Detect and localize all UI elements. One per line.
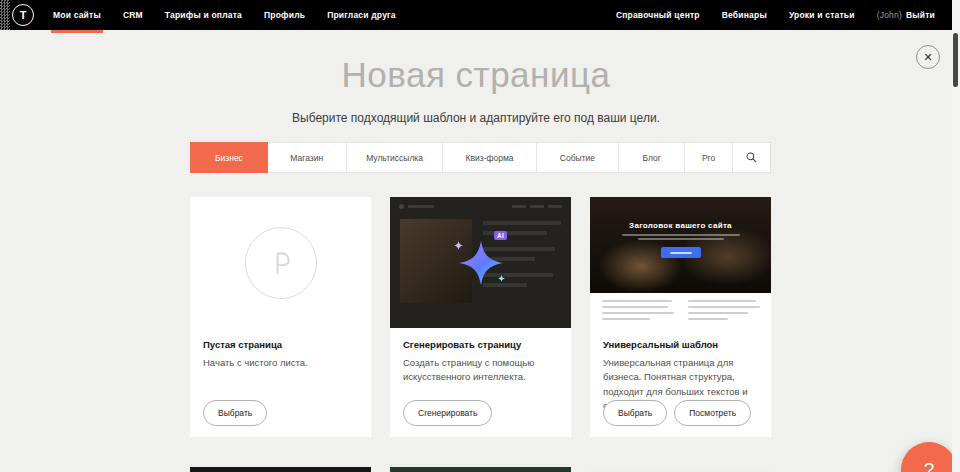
question-mark-icon: ?: [924, 459, 935, 472]
template-preview[interactable]: [390, 467, 571, 472]
top-navbar: T Мои сайты CRM Тарифы и оплата Профиль …: [0, 0, 952, 30]
tab-blog[interactable]: Блог: [619, 143, 685, 172]
preview-text-column: [688, 300, 760, 321]
tilda-logo[interactable]: T: [12, 4, 34, 26]
tab-multilink[interactable]: Мультиссылка: [347, 143, 444, 172]
template-card-partial: [190, 467, 371, 472]
preview-text-section: [590, 293, 771, 328]
card-actions: Выбрать Посмотреть: [603, 400, 751, 426]
nav-item-profile[interactable]: Профиль: [253, 0, 316, 30]
template-preview[interactable]: [190, 467, 371, 472]
close-button[interactable]: ✕: [916, 45, 940, 69]
template-cards-grid: Пустая страница Начать с чистого листа. …: [190, 197, 771, 472]
card-title: Универсальный шаблон: [603, 339, 758, 350]
preview-cta-button: [661, 247, 701, 258]
tab-business[interactable]: Бизнес: [190, 142, 268, 173]
halftone-pattern: [0, 0, 10, 30]
page-scrollbar: [952, 0, 960, 472]
choose-template-button[interactable]: Выбрать: [603, 400, 667, 426]
page-title: Новая страница: [0, 55, 952, 95]
nav-item-tariffs[interactable]: Тарифы и оплата: [154, 0, 253, 30]
user-name-label: (John): [877, 10, 902, 20]
ai-badge: AI: [494, 231, 507, 240]
tab-pro[interactable]: Pro: [685, 143, 733, 172]
logout-label: Выйти: [906, 10, 935, 20]
card-actions: Выбрать: [203, 400, 267, 426]
mini-sparkle-icon: [454, 241, 463, 250]
card-description: Создать страницу с помощью искусственног…: [403, 356, 558, 385]
view-template-button[interactable]: Посмотреть: [674, 400, 751, 426]
generate-button[interactable]: Сгенерировать: [403, 400, 492, 426]
tilda-mark-icon: [264, 246, 298, 280]
preview-headline: Заголовок вашего сайта: [629, 221, 732, 230]
card-actions: Сгенерировать: [403, 400, 492, 426]
card-text-block: Сгенерировать страницу Создать страницу …: [390, 328, 571, 385]
preview-text-column: [602, 300, 674, 321]
card-title: Пустая страница: [203, 339, 358, 350]
nav-item-lessons[interactable]: Уроки и статьи: [778, 10, 866, 20]
card-text-block: Пустая страница Начать с чистого листа.: [190, 328, 371, 370]
tab-quiz-form[interactable]: Квиз-форма: [443, 143, 536, 172]
tab-event[interactable]: Событие: [537, 143, 619, 172]
ai-generate-preview[interactable]: AI: [390, 197, 571, 328]
help-button[interactable]: ?: [901, 442, 957, 472]
choose-blank-button[interactable]: Выбрать: [203, 400, 267, 426]
nav-item-invite-friend[interactable]: Пригласи друга: [316, 0, 407, 30]
template-card-partial: [590, 467, 771, 472]
scrollbar-thumb[interactable]: [953, 33, 958, 87]
close-icon: ✕: [923, 51, 932, 64]
nav-item-help-center[interactable]: Справочный центр: [605, 10, 711, 20]
nav-item-webinars[interactable]: Вебинары: [711, 10, 778, 20]
preview-text-line: [638, 238, 724, 240]
mini-sparkle-icon: [498, 275, 505, 282]
page-subtitle: Выберите подходящий шаблон и адаптируйте…: [0, 111, 952, 125]
nav-item-my-sites[interactable]: Мои сайты: [42, 0, 112, 30]
tilda-mark-circle: [245, 227, 317, 299]
tab-search[interactable]: [733, 143, 770, 172]
navbar-right-menu: Справочный центр Вебинары Уроки и статьи…: [605, 0, 952, 30]
preview-hero-section: Заголовок вашего сайта: [590, 197, 771, 293]
template-preview[interactable]: [590, 467, 771, 472]
card-title: Сгенерировать страницу: [403, 339, 558, 350]
template-card-partial: [390, 467, 571, 472]
search-icon: [746, 152, 757, 163]
card-description: Начать с чистого листа.: [203, 356, 358, 370]
card-blank-page: Пустая страница Начать с чистого листа. …: [190, 197, 371, 437]
tab-shop[interactable]: Магазин: [268, 143, 347, 172]
universal-template-preview[interactable]: Заголовок вашего сайта: [590, 197, 771, 328]
nav-item-crm[interactable]: CRM: [112, 0, 154, 30]
preview-text-line: [622, 234, 740, 236]
card-universal-template: Заголовок вашего сайта: [590, 197, 771, 437]
card-ai-generate: AI Сгенерировать страницу Создать страни…: [390, 197, 571, 437]
template-category-tabs: Бизнес Магазин Мультиссылка Квиз-форма С…: [190, 142, 771, 173]
navbar-left-menu: Мои сайты CRM Тарифы и оплата Профиль Пр…: [42, 0, 407, 30]
nav-item-logout[interactable]: (John) Выйти: [866, 10, 946, 20]
blank-page-preview[interactable]: [190, 197, 371, 328]
